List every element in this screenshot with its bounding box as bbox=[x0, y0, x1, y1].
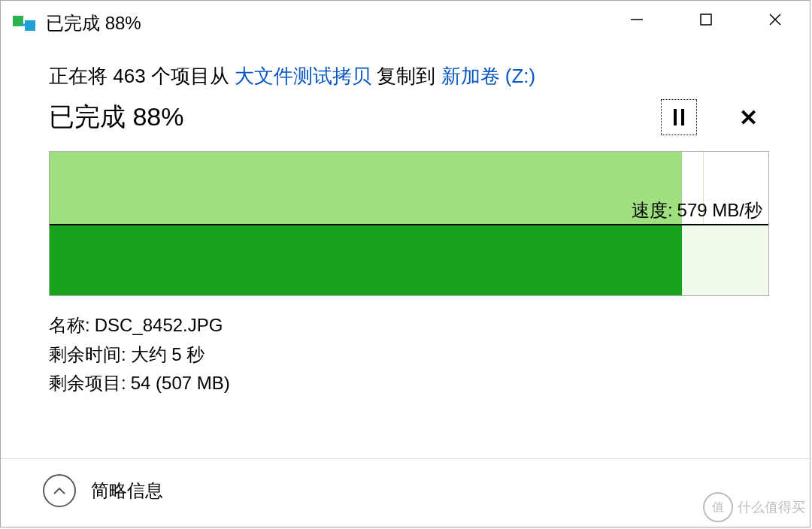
chart-speed-region bbox=[50, 224, 682, 296]
copy-prefix: 正在将 463 个项目从 bbox=[49, 65, 235, 87]
detail-row-items: 剩余项目: 54 (507 MB) bbox=[49, 369, 765, 398]
speed-label: 速度: 579 MB/秒 bbox=[632, 198, 762, 222]
arrow-right-icon bbox=[20, 20, 37, 29]
svg-rect-0 bbox=[701, 14, 711, 25]
window-controls bbox=[602, 1, 810, 46]
chevron-up-icon bbox=[53, 486, 66, 495]
pause-button[interactable] bbox=[661, 99, 697, 135]
watermark-badge-icon: 值 bbox=[703, 492, 733, 522]
speed-value: 579 MB/秒 bbox=[677, 198, 762, 222]
detail-row-name: 名称: DSC_8452.JPG bbox=[49, 311, 765, 340]
time-label: 剩余时间: bbox=[49, 340, 126, 369]
detail-row-time: 剩余时间: 大约 5 秒 bbox=[49, 340, 765, 369]
minimize-button[interactable] bbox=[602, 1, 671, 38]
footer-divider bbox=[1, 458, 810, 459]
collapse-details-button[interactable] bbox=[43, 474, 76, 507]
progress-heading: 已完成 88% bbox=[49, 100, 661, 135]
details-toggle-label[interactable]: 简略信息 bbox=[91, 479, 163, 503]
chart-remaining-region bbox=[682, 224, 768, 296]
speed-chart: 速度: 579 MB/秒 bbox=[49, 151, 769, 296]
window-title: 已完成 88% bbox=[46, 11, 141, 35]
destination-link[interactable]: 新加卷 (Z:) bbox=[441, 65, 536, 87]
copy-app-icon bbox=[13, 16, 35, 31]
cancel-button[interactable]: ✕ bbox=[735, 104, 762, 131]
titlebar: 已完成 88% bbox=[1, 1, 810, 46]
speed-label-text: 速度: bbox=[632, 198, 673, 222]
close-button[interactable] bbox=[741, 1, 810, 38]
chart-completed-region bbox=[50, 152, 682, 224]
name-value: DSC_8452.JPG bbox=[95, 311, 223, 340]
watermark: 值 什么值得买 bbox=[703, 492, 805, 522]
transfer-details: 名称: DSC_8452.JPG 剩余时间: 大约 5 秒 剩余项目: 54 (… bbox=[49, 311, 765, 398]
copy-description: 正在将 463 个项目从 大文件测试拷贝 复制到 新加卷 (Z:) bbox=[49, 62, 765, 89]
source-link[interactable]: 大文件测试拷贝 bbox=[235, 65, 371, 87]
copy-mid: 复制到 bbox=[371, 65, 441, 87]
watermark-text: 什么值得买 bbox=[738, 498, 805, 516]
items-value: 54 (507 MB) bbox=[131, 369, 230, 398]
chart-speed-line bbox=[50, 224, 768, 225]
maximize-button[interactable] bbox=[671, 1, 741, 38]
time-value: 大约 5 秒 bbox=[131, 340, 205, 369]
name-label: 名称: bbox=[49, 311, 90, 340]
items-label: 剩余项目: bbox=[49, 369, 126, 398]
